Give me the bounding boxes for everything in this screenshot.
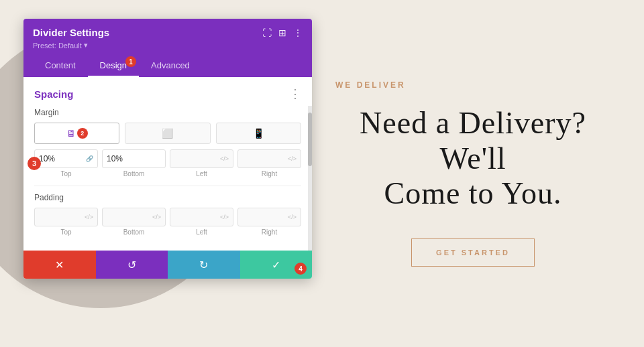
panel-header: Divider Settings ⛶ ⊞ ⋮ Preset: Default ▾… bbox=[23, 19, 312, 77]
redo-icon: ↻ bbox=[199, 259, 208, 271]
margin-inputs-grid: 10% 🔗 Top 10% Bottom </> bbox=[34, 149, 301, 178]
margin-left-input[interactable]: </> bbox=[170, 149, 233, 168]
tablet-device-btn[interactable]: ⬜ bbox=[125, 123, 210, 144]
padding-inputs-grid: </> Top </> Bottom </> Left < bbox=[34, 208, 301, 236]
divider-settings-panel: Divider Settings ⛶ ⊞ ⋮ Preset: Default ▾… bbox=[23, 19, 312, 279]
tablet-icon: ⬜ bbox=[162, 128, 173, 139]
margin-right-input[interactable]: </> bbox=[237, 149, 301, 168]
grid-icon[interactable]: ⊞ bbox=[278, 27, 286, 38]
device-selector: 🖥 2 ⬜ 📱 bbox=[34, 123, 301, 144]
panel-header-icons: ⛶ ⊞ ⋮ bbox=[262, 27, 303, 38]
spacing-menu-icon[interactable]: ⋮ bbox=[289, 86, 301, 101]
padding-top-cell: </> Top bbox=[34, 208, 98, 236]
cancel-button[interactable]: ✕ bbox=[23, 251, 96, 279]
right-content-area: WE DELIVER Need a Delivery? We'll Come t… bbox=[302, 0, 644, 347]
padding-right-cell: </> Right bbox=[237, 208, 301, 236]
panel-body: Spacing ⋮ Margin 🖥 2 ⬜ 📱 3 bbox=[23, 77, 312, 251]
expand-icon[interactable]: ⛶ bbox=[262, 27, 272, 38]
margin-label: Margin bbox=[34, 108, 301, 117]
mobile-icon: 📱 bbox=[253, 128, 264, 139]
desktop-device-btn[interactable]: 🖥 2 bbox=[34, 123, 119, 144]
padding-label: Padding bbox=[34, 193, 301, 202]
margin-top-input[interactable]: 10% 🔗 bbox=[34, 149, 98, 168]
link-icon-top: 🔗 bbox=[86, 155, 93, 162]
margin-bottom-cell: 10% Bottom bbox=[102, 149, 166, 178]
margin-top-cell: 10% 🔗 Top bbox=[34, 149, 98, 178]
cancel-icon: ✕ bbox=[55, 259, 64, 271]
device-badge: 2 bbox=[77, 128, 88, 139]
desktop-icon: 🖥 bbox=[66, 128, 76, 139]
we-deliver-label: WE DELIVER bbox=[335, 80, 406, 90]
panel-tabs: Content Design 1 Advanced bbox=[33, 55, 303, 77]
tab-advanced[interactable]: Advanced bbox=[139, 55, 202, 77]
padding-link-top: </> bbox=[85, 214, 93, 220]
panel-preset[interactable]: Preset: Default ▾ bbox=[33, 41, 303, 50]
padding-left-input[interactable]: </> bbox=[170, 208, 233, 226]
padding-link-right: </> bbox=[288, 214, 297, 220]
padding-top-input[interactable]: </> bbox=[34, 208, 98, 226]
save-badge: 4 bbox=[294, 263, 307, 275]
link-icon-right: </> bbox=[288, 155, 297, 162]
margin-right-cell: </> Right bbox=[237, 149, 301, 178]
padding-right-input[interactable]: </> bbox=[237, 208, 301, 226]
get-started-button[interactable]: GET STARTED bbox=[411, 238, 535, 267]
padding-bottom-input[interactable]: </> bbox=[102, 208, 166, 226]
padding-link-left: </> bbox=[220, 214, 229, 220]
badge-3: 3 bbox=[28, 157, 41, 170]
margin-inputs-wrapper: 3 10% 🔗 Top 10% Bottom bbox=[34, 149, 301, 178]
padding-bottom-cell: </> Bottom bbox=[102, 208, 166, 236]
panel-title-row: Divider Settings ⛶ ⊞ ⋮ bbox=[33, 27, 303, 38]
link-icon-left: </> bbox=[220, 155, 229, 162]
tab-content[interactable]: Content bbox=[33, 55, 88, 77]
save-button[interactable]: ✓ 4 bbox=[240, 251, 313, 279]
margin-left-cell: </> Left bbox=[170, 149, 233, 178]
panel-title: Divider Settings bbox=[33, 27, 109, 38]
padding-left-cell: </> Left bbox=[170, 208, 233, 236]
divider bbox=[34, 186, 301, 186]
preset-arrow-icon: ▾ bbox=[84, 41, 88, 50]
scrollbar-thumb[interactable] bbox=[308, 113, 312, 166]
spacing-section-header: Spacing ⋮ bbox=[34, 86, 301, 101]
redo-button[interactable]: ↻ bbox=[168, 251, 240, 279]
more-icon[interactable]: ⋮ bbox=[293, 27, 303, 38]
panel-footer: ✕ ↺ ↻ ✓ 4 bbox=[23, 251, 312, 279]
padding-link-bottom: </> bbox=[152, 214, 161, 220]
reset-button[interactable]: ↺ bbox=[96, 251, 168, 279]
save-icon: ✓ bbox=[272, 259, 280, 271]
tab-design[interactable]: Design 1 bbox=[88, 55, 139, 77]
main-heading: Need a Delivery? We'll Come to You. bbox=[329, 106, 617, 212]
mobile-device-btn[interactable]: 📱 bbox=[216, 123, 301, 144]
design-tab-badge: 1 bbox=[125, 56, 136, 67]
margin-bottom-input[interactable]: 10% bbox=[102, 149, 166, 168]
reset-icon: ↺ bbox=[127, 259, 136, 271]
spacing-title: Spacing bbox=[34, 88, 73, 100]
